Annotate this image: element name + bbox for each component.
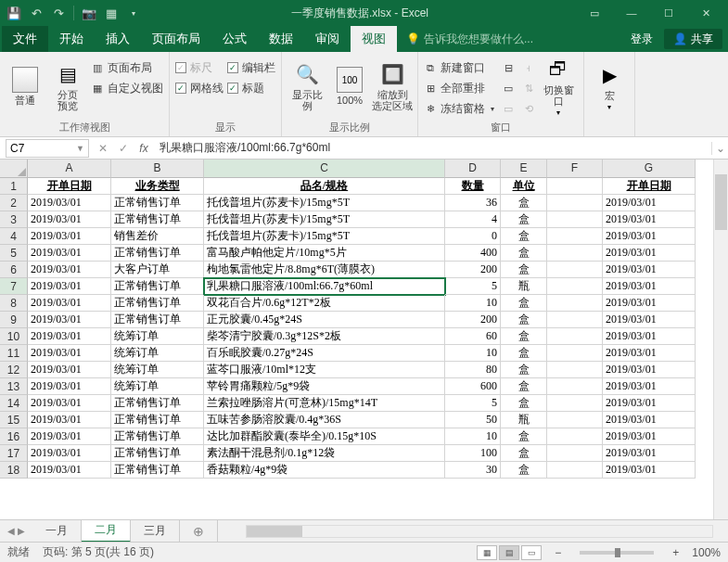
maximize-icon[interactable]: ☐ — [650, 0, 687, 26]
tab-view[interactable]: 视图 — [351, 26, 397, 52]
cell[interactable]: 2019/03/01 — [28, 395, 111, 412]
cell[interactable]: 盒 — [501, 378, 547, 395]
cell[interactable]: 2019/03/01 — [603, 262, 696, 278]
cell[interactable]: 50 — [445, 412, 501, 428]
row-header[interactable]: 17 — [0, 445, 28, 462]
cell[interactable]: 正常销售订单 — [111, 312, 204, 328]
row-header[interactable]: 13 — [0, 378, 28, 395]
cell[interactable]: 盒 — [501, 228, 547, 245]
cell[interactable]: 2019/03/01 — [28, 412, 111, 428]
scroll-thumb[interactable] — [247, 526, 302, 537]
row-header[interactable]: 15 — [0, 412, 28, 428]
qat-dropdown-icon[interactable]: ▾ — [123, 3, 144, 23]
cell[interactable]: 瓶 — [501, 278, 547, 295]
cell[interactable] — [547, 328, 603, 345]
undo-icon[interactable]: ↶ — [26, 3, 46, 23]
ruler-checkbox[interactable]: ✓标尺 — [175, 59, 224, 76]
cell[interactable]: 2019/03/01 — [603, 378, 696, 395]
cell[interactable]: 盒 — [501, 462, 547, 479]
cell[interactable]: 盒 — [501, 295, 547, 312]
tab-file[interactable]: 文件 — [2, 26, 48, 52]
zoomsel-button[interactable]: 🔲缩放到 选定区域 — [373, 56, 412, 117]
cell[interactable]: 2019/03/01 — [28, 378, 111, 395]
resetpos-button[interactable]: ⟲ — [522, 100, 535, 117]
cell[interactable]: 双花百合片/0.6g*12T*2板 — [204, 295, 445, 312]
cell[interactable]: 2019/03/01 — [603, 462, 696, 479]
sheet-tab-3[interactable]: 三月 — [131, 520, 180, 543]
cell[interactable]: 苹铃胃痛颗粒/5g*9袋 — [204, 378, 445, 395]
vertical-scrollbar[interactable] — [713, 160, 728, 519]
row-header[interactable]: 4 — [0, 228, 28, 245]
normal-view-button[interactable]: 普通 — [6, 56, 45, 117]
cell[interactable]: 2019/03/01 — [603, 211, 696, 228]
cell[interactable]: 400 — [445, 245, 501, 262]
sheet-tab-1[interactable]: 一月 — [32, 520, 82, 543]
viewside-button[interactable]: ⫞ — [522, 59, 535, 76]
cell[interactable]: 大客户订单 — [111, 262, 204, 278]
cell[interactable]: 盒 — [501, 195, 547, 211]
cell[interactable] — [547, 312, 603, 328]
cell[interactable]: 2019/03/01 — [603, 295, 696, 312]
cell[interactable]: 业务类型 — [111, 178, 204, 195]
cell[interactable] — [547, 195, 603, 211]
col-header-F[interactable]: F — [547, 160, 603, 178]
table-icon[interactable]: ▦ — [101, 3, 121, 23]
camera-icon[interactable]: 📷 — [79, 3, 99, 23]
cell[interactable]: 盒 — [501, 445, 547, 462]
cell[interactable]: 2019/03/01 — [603, 195, 696, 211]
row-header[interactable]: 9 — [0, 312, 28, 328]
col-header-B[interactable]: B — [111, 160, 204, 178]
col-header-C[interactable]: C — [204, 160, 445, 178]
name-box[interactable]: C7▼ — [6, 139, 89, 158]
cancel-formula-icon[interactable]: ✕ — [93, 142, 113, 155]
cell[interactable]: 销售差价 — [111, 228, 204, 245]
cell[interactable]: 兰索拉唑肠溶片(可意林)/15mg*14T — [204, 395, 445, 412]
cell[interactable]: 盒 — [501, 328, 547, 345]
cell[interactable]: 2019/03/01 — [603, 395, 696, 412]
cell[interactable] — [547, 362, 603, 378]
cell[interactable]: 盒 — [501, 362, 547, 378]
newwindow-button[interactable]: ⧉新建窗口 — [424, 59, 494, 76]
cell[interactable]: 2019/03/01 — [28, 312, 111, 328]
cell[interactable]: 正常销售订单 — [111, 395, 204, 412]
cell[interactable]: 托伐普坦片(苏麦卡)/15mg*5T — [204, 228, 445, 245]
row-header[interactable]: 5 — [0, 245, 28, 262]
zoom-in-icon[interactable]: + — [672, 546, 679, 559]
cell[interactable]: 2019/03/01 — [603, 245, 696, 262]
row-header[interactable]: 2 — [0, 195, 28, 211]
cell[interactable]: 200 — [445, 312, 501, 328]
fx-icon[interactable]: fx — [134, 142, 154, 155]
row-header[interactable]: 14 — [0, 395, 28, 412]
zoom-slider[interactable] — [580, 551, 654, 555]
cell[interactable]: 百乐眠胶囊/0.27g*24S — [204, 345, 445, 362]
cell[interactable] — [547, 262, 603, 278]
cell[interactable]: 单位 — [501, 178, 547, 195]
cell[interactable]: 2019/03/01 — [603, 345, 696, 362]
syncscroll-button[interactable]: ⇅ — [522, 80, 535, 96]
gridlines-checkbox[interactable]: ✓网格线 — [175, 80, 224, 96]
share-button[interactable]: 👤共享 — [664, 29, 722, 49]
cell[interactable] — [547, 445, 603, 462]
cell[interactable]: 开单日期 — [603, 178, 696, 195]
cell[interactable]: 30 — [445, 462, 501, 479]
cell-grid[interactable]: 开单日期业务类型品名/规格数量单位开单日期2019/03/01正常销售订单托伐普… — [28, 178, 696, 519]
cell[interactable]: 正元胶囊/0.45g*24S — [204, 312, 445, 328]
split-button[interactable]: ⊟ — [502, 59, 515, 76]
accept-formula-icon[interactable]: ✓ — [113, 142, 134, 155]
cell[interactable]: 盒 — [501, 312, 547, 328]
cell[interactable]: 正常销售订单 — [111, 412, 204, 428]
cell[interactable]: 100 — [445, 445, 501, 462]
zoom-out-icon[interactable]: − — [555, 546, 561, 559]
cell[interactable]: 2019/03/01 — [28, 245, 111, 262]
cell[interactable]: 盒 — [501, 262, 547, 278]
cell[interactable]: 正常销售订单 — [111, 245, 204, 262]
cell[interactable]: 5 — [445, 395, 501, 412]
col-header-E[interactable]: E — [501, 160, 547, 178]
tab-review[interactable]: 审阅 — [304, 26, 351, 52]
cell[interactable]: 正常销售订单 — [111, 428, 204, 445]
cell[interactable]: 2019/03/01 — [28, 345, 111, 362]
cell[interactable]: 盒 — [501, 395, 547, 412]
cell[interactable]: 10 — [445, 428, 501, 445]
cell[interactable]: 香菇颗粒/4g*9袋 — [204, 462, 445, 479]
zoom100-button[interactable]: 100100% — [330, 56, 369, 117]
